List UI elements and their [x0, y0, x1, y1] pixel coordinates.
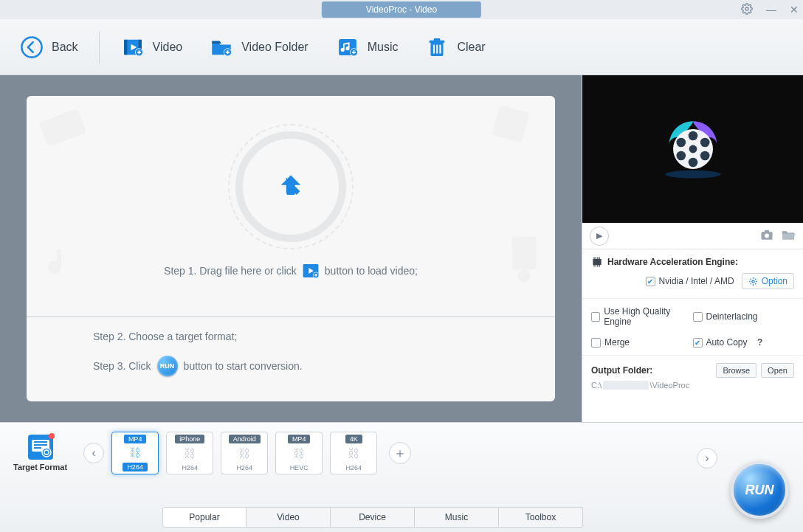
deinterlace-checkbox[interactable]: Deinterlacing	[693, 306, 795, 327]
svg-point-31	[765, 233, 769, 238]
steps-panel: Step 2. Choose a target format; Step 3. …	[27, 317, 555, 390]
clear-label: Clear	[457, 41, 485, 54]
minimize-icon[interactable]: —	[766, 4, 776, 15]
target-format-icon	[28, 435, 53, 460]
add-music-button[interactable]: Music	[325, 30, 409, 64]
target-format-button[interactable]: Target Format	[13, 435, 67, 471]
chip-icon	[591, 257, 603, 267]
svg-rect-15	[492, 105, 529, 142]
svg-point-22	[689, 145, 697, 153]
add-video-folder-button[interactable]: Video Folder	[199, 30, 318, 64]
gpu-label: Nvidia / Intel / AMD	[659, 276, 734, 286]
tab-video[interactable]: Video	[247, 507, 331, 528]
step1-text-b: button to load video;	[325, 265, 418, 277]
format-card-mp4-h264[interactable]: MP4⛓H264	[111, 432, 159, 474]
svg-point-17	[518, 269, 531, 282]
hwaccel-option-button[interactable]: Option	[742, 273, 794, 289]
svg-point-23	[688, 131, 697, 141]
settings-gear-icon[interactable]	[741, 3, 753, 17]
toolbar-separator	[99, 31, 100, 63]
format-card-iphone-h264[interactable]: iPhone⛓H264	[166, 432, 213, 474]
svg-rect-11	[440, 44, 441, 53]
music-label: Music	[368, 41, 399, 54]
step2-text: Step 2. Choose a target format;	[93, 331, 237, 342]
add-video-button[interactable]: Video	[110, 30, 193, 64]
use-hq-checkbox[interactable]: Use High Quality Engine	[591, 306, 693, 327]
drop-ring-icon	[235, 131, 346, 242]
chain-icon: ⛓	[348, 447, 359, 460]
svg-point-24	[688, 158, 697, 167]
stage-area: Step 1. Drag file here or click button t…	[0, 75, 582, 422]
svg-point-0	[745, 7, 748, 10]
svg-point-1	[21, 37, 41, 57]
tab-music[interactable]: Music	[415, 507, 499, 528]
step1-text-a: Step 1. Drag file here or click	[164, 265, 297, 277]
close-icon[interactable]: ✕	[790, 4, 799, 15]
svg-rect-10	[437, 44, 438, 53]
svg-rect-14	[39, 108, 87, 147]
autocopy-help-icon[interactable]: ?	[757, 337, 762, 348]
svg-point-25	[676, 138, 686, 148]
app-logo-icon	[660, 116, 726, 182]
output-folder-label: Output Folder:	[591, 365, 711, 376]
right-panel: ▶ Hardware Acceleration Engine: ✔ Nvidia…	[582, 75, 803, 422]
svg-rect-13	[434, 38, 441, 41]
chain-icon: ⛓	[184, 447, 196, 460]
window-title: VideoProc - Video	[322, 1, 481, 18]
svg-point-28	[700, 151, 709, 161]
formats-next-button[interactable]: ›	[697, 448, 717, 469]
snapshot-camera-icon[interactable]	[760, 229, 773, 243]
bottom-bar: Target Format ‹ MP4⛓H264iPhone⛓H264Andro…	[0, 422, 803, 532]
run-small-icon: RUN	[157, 356, 178, 376]
video-label: Video	[153, 41, 183, 54]
svg-rect-30	[765, 230, 769, 232]
svg-point-27	[676, 151, 686, 161]
open-button[interactable]: Open	[761, 363, 794, 378]
back-button[interactable]: Back	[9, 30, 89, 64]
formats-prev-button[interactable]: ‹	[83, 443, 104, 463]
svg-rect-3	[124, 39, 127, 54]
svg-rect-32	[593, 259, 601, 265]
back-label: Back	[52, 41, 78, 54]
video-folder-label: Video Folder	[241, 41, 308, 54]
svg-point-20	[665, 170, 721, 179]
drop-zone[interactable]: Step 1. Drag file here or click button t…	[27, 96, 555, 317]
svg-rect-16	[511, 237, 537, 270]
format-card-android-h264[interactable]: Android⛓H264	[221, 432, 268, 474]
play-button[interactable]: ▶	[590, 227, 609, 246]
tab-device[interactable]: Device	[331, 507, 415, 528]
svg-point-33	[752, 280, 754, 282]
autocopy-checkbox[interactable]: ✔Auto Copy ?	[693, 337, 795, 348]
tab-popular[interactable]: Popular	[162, 507, 247, 528]
clear-button[interactable]: Clear	[414, 30, 495, 64]
title-bar: VideoProc - Video — ✕	[0, 0, 803, 19]
output-path: C:\x\VideoProc	[591, 381, 794, 390]
run-button[interactable]: RUN	[731, 461, 788, 519]
svg-point-26	[700, 138, 709, 148]
svg-point-36	[42, 448, 51, 457]
target-format-label: Target Format	[13, 463, 67, 471]
browse-button[interactable]: Browse	[716, 363, 757, 378]
step3-text-b: button to start conversion.	[184, 360, 303, 372]
main-toolbar: Back Video Video Folder Music Clear	[0, 19, 803, 75]
chain-icon: ⛓	[129, 446, 141, 460]
chain-icon: ⛓	[238, 447, 250, 460]
preview-area	[582, 75, 803, 223]
option-btn-label: Option	[762, 276, 788, 286]
svg-rect-9	[433, 44, 435, 53]
open-folder-icon[interactable]	[781, 229, 796, 243]
format-card-mp4-hevc[interactable]: MP4⛓HEVC	[275, 432, 323, 474]
tab-toolbox[interactable]: Toolbox	[499, 507, 583, 528]
gpu-checkbox[interactable]: ✔ Nvidia / Intel / AMD	[646, 276, 734, 286]
add-format-button[interactable]: ＋	[389, 442, 411, 464]
format-card-4k-h264[interactable]: 4K⛓H264	[330, 432, 377, 474]
merge-checkbox[interactable]: Merge	[591, 337, 693, 348]
chain-icon: ⛓	[293, 447, 305, 460]
hwaccel-title: Hardware Acceleration Engine:	[607, 257, 738, 267]
step3-text-a: Step 3. Click	[93, 360, 151, 372]
video-plus-icon	[301, 261, 320, 280]
